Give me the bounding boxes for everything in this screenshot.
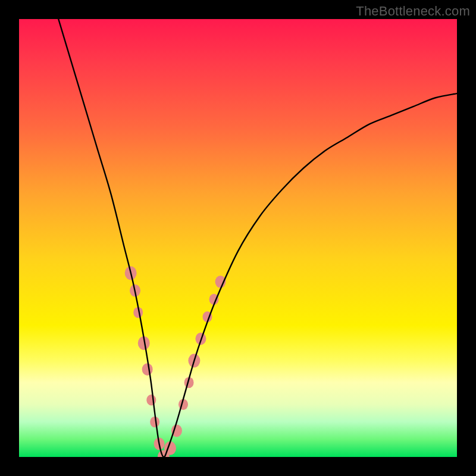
watermark-text: TheBottleneck.com <box>356 4 470 19</box>
bottleneck-curve <box>58 19 457 457</box>
chart-svg <box>19 19 457 457</box>
curve-marker <box>146 394 156 405</box>
curve-marker <box>142 363 153 375</box>
chart-frame <box>19 19 457 457</box>
